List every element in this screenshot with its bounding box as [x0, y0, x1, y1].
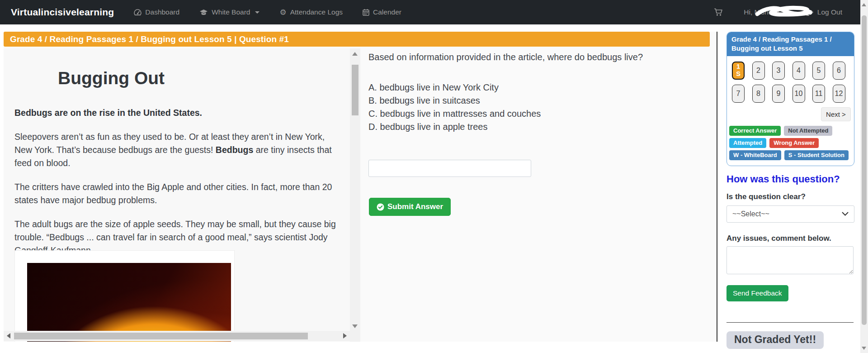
question-button-5[interactable]: 5	[812, 62, 825, 80]
navbar-right: Hi, Nishu@... Log Out	[714, 8, 842, 16]
passage-figure	[14, 250, 235, 342]
legend-student-solution: S - Student Solution	[784, 150, 849, 160]
question-button-1[interactable]: 1S	[732, 62, 745, 80]
feedback-title-link[interactable]: How was this question?	[726, 173, 854, 185]
passage-lead: Bedbugs are on the rise in the United St…	[14, 106, 338, 119]
question-button-11[interactable]: 11	[812, 85, 825, 103]
question-button-6[interactable]: 6	[833, 62, 845, 80]
top-navbar: Virtualincisivelearning Dashboard White …	[0, 0, 860, 24]
bedbug-image	[27, 263, 231, 342]
submit-answer-button[interactable]: Submit Answer	[369, 198, 451, 216]
check-circle-icon	[377, 203, 384, 211]
question-button-4[interactable]: 4	[793, 62, 805, 80]
breadcrumb-text: Grade 4 / Reading Passages 1 / Bugging o…	[10, 34, 289, 44]
chevron-down-icon	[842, 212, 849, 216]
calendar-icon	[363, 9, 369, 16]
user-greeting[interactable]: Hi, Nishu@...	[744, 8, 785, 16]
cart-icon[interactable]	[714, 8, 723, 16]
question-number-grid: 1S 2 3 4 5 6 7 8 9 10 11 12	[727, 56, 854, 103]
question-button-7[interactable]: 7	[732, 85, 745, 103]
comment-label: Any issues, comment below.	[726, 234, 854, 243]
scroll-up-arrow-icon[interactable]	[862, 3, 866, 6]
question-button-8[interactable]: 8	[752, 85, 765, 103]
question-prompt: Based on information provided in the art…	[368, 52, 685, 62]
tachometer-icon	[134, 9, 142, 16]
scrollbar-corner	[350, 331, 360, 342]
sign-out-icon	[806, 9, 814, 16]
sidebar-lesson-title: Grade 4 / Reading Passages 1 / Bugging o…	[727, 32, 854, 56]
grade-status-badge: Not Graded Yet!!	[726, 331, 824, 349]
page-scroll-thumb[interactable]	[862, 15, 867, 325]
page-vertical-scrollbar[interactable]	[860, 0, 868, 353]
scroll-right-arrow-icon[interactable]	[343, 333, 347, 339]
legend-correct-answer: Correct Answer	[729, 126, 781, 136]
brand-logo[interactable]: Virtualincisivelearning	[11, 7, 114, 18]
nav-item-attendance-logs[interactable]: ⚙ Attendance Logs	[279, 8, 343, 16]
nav-item-whiteboard[interactable]: White Board	[199, 8, 259, 16]
option-a: A. bedbugs live in New York City	[368, 81, 541, 94]
reading-passage-panel[interactable]: Bugging Out Bedbugs are on the rise in t…	[4, 48, 350, 342]
nav-item-calendar[interactable]: Calender	[363, 8, 401, 16]
question-button-9[interactable]: 9	[772, 85, 785, 103]
submit-answer-label: Submit Answer	[387, 202, 443, 211]
select-value: ~~Select~~	[732, 210, 769, 218]
nav-menu: Dashboard White Board ⚙ Attendance Logs	[134, 8, 401, 16]
scroll-down-arrow-icon[interactable]	[352, 324, 358, 328]
nav-item-label: White Board	[212, 8, 250, 16]
next-question-button[interactable]: Next >	[821, 107, 851, 121]
question-button-3[interactable]: 3	[772, 62, 785, 80]
logout-button[interactable]: Log Out	[806, 8, 842, 16]
page: Virtualincisivelearning Dashboard White …	[0, 0, 868, 353]
gear-icon: ⚙	[279, 9, 286, 16]
question-button-12[interactable]: 12	[833, 85, 845, 103]
status-legend: Correct Answer Not Attempted Attempted W…	[727, 121, 854, 166]
question-navigator: Grade 4 / Reading Passages 1 / Bugging o…	[726, 32, 854, 166]
passage-title: Bugging Out	[58, 68, 165, 88]
vertical-scroll-thumb[interactable]	[352, 65, 359, 115]
lesson-card: Grade 4 / Reading Passages 1 / Bugging o…	[4, 32, 717, 342]
question-panel: Based on information provided in the art…	[361, 48, 717, 342]
option-c: C. bedbugs live in mattresses and couche…	[368, 107, 541, 120]
question-sidebar: Grade 4 / Reading Passages 1 / Bugging o…	[726, 32, 854, 349]
greeting-username: Nishu@...	[755, 8, 785, 16]
chevron-down-icon	[255, 11, 259, 14]
graduation-cap-icon	[199, 9, 208, 16]
scroll-left-arrow-icon[interactable]	[7, 333, 10, 339]
nav-item-dashboard[interactable]: Dashboard	[134, 8, 179, 16]
question-button-10[interactable]: 10	[793, 85, 805, 103]
passage-horizontal-scrollbar[interactable]	[4, 331, 350, 341]
nav-item-label: Attendance Logs	[290, 8, 343, 16]
question-clear-label: Is the question clear?	[726, 192, 854, 201]
legend-wrong-answer: Wrong Answer	[769, 138, 819, 148]
option-d: D. bedbugs live in apple trees	[368, 120, 541, 134]
legend-whiteboard: W - WhiteBoard	[729, 150, 781, 160]
option-b: B. bedbugs live in suitcases	[368, 94, 541, 107]
question-options: A. bedbugs live in New York City B. bedb…	[368, 81, 541, 134]
nav-item-label: Calender	[373, 8, 401, 16]
horizontal-scroll-thumb[interactable]	[14, 333, 308, 339]
passage-vertical-scrollbar[interactable]	[350, 48, 360, 331]
breadcrumb: Grade 4 / Reading Passages 1 / Bugging o…	[4, 32, 710, 47]
logout-label: Log Out	[817, 8, 842, 16]
answer-input[interactable]	[368, 160, 531, 177]
send-feedback-button[interactable]: Send Feedback	[726, 285, 788, 301]
nav-item-label: Dashboard	[145, 8, 179, 16]
question-clear-select[interactable]: ~~Select~~	[726, 205, 854, 223]
greeting-prefix: Hi,	[744, 8, 752, 16]
legend-not-attempted: Not Attempted	[784, 126, 832, 136]
comment-textarea[interactable]	[726, 246, 854, 274]
scroll-up-arrow-icon[interactable]	[352, 52, 358, 56]
legend-attempted: Attempted	[729, 138, 766, 148]
question-button-2[interactable]: 2	[752, 62, 765, 80]
next-row: Next >	[727, 103, 854, 121]
passage-body: Bedbugs are on the rise in the United St…	[14, 106, 338, 268]
passage-paragraph: Sleepovers aren’t as fun as they used to…	[14, 130, 338, 170]
scroll-down-arrow-icon[interactable]	[862, 347, 866, 350]
passage-paragraph: The critters have crawled into the Big A…	[14, 181, 338, 207]
